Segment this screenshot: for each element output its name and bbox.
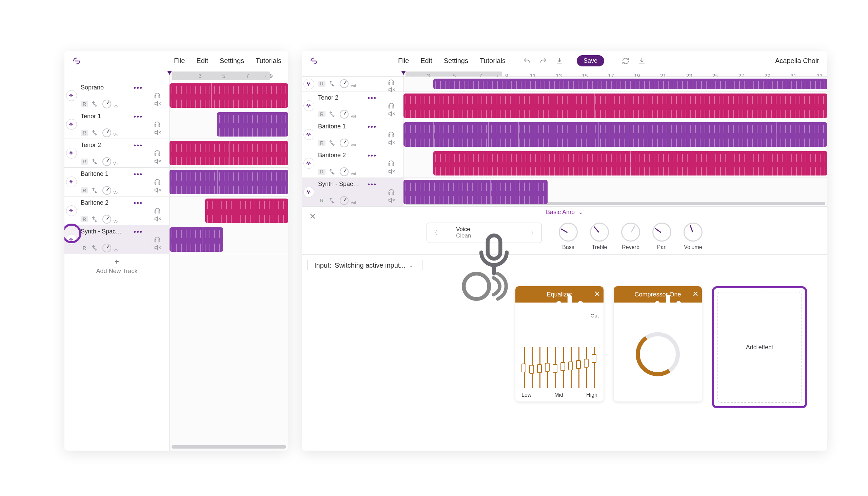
audio-clip[interactable] xyxy=(433,151,828,175)
voice-preset-box[interactable]: 〈 Voice Clean 〉 xyxy=(426,222,542,243)
headphones-icon[interactable] xyxy=(154,178,161,186)
track-menu-icon[interactable]: ••• xyxy=(134,170,143,178)
menu-tutorials[interactable]: Tutorials xyxy=(480,57,506,65)
volume-knob[interactable] xyxy=(102,186,111,195)
prev-preset-arrow[interactable]: 〈 xyxy=(432,229,438,237)
menu-edit[interactable]: Edit xyxy=(196,57,208,65)
volume-knob[interactable] xyxy=(340,79,348,88)
loop-start-arrow[interactable]: → xyxy=(173,73,178,79)
track-menu-icon[interactable]: ••• xyxy=(368,152,377,159)
menu-file[interactable]: File xyxy=(398,57,409,65)
save-button[interactable]: Save xyxy=(577,55,604,66)
download-icon[interactable] xyxy=(638,57,646,65)
track-row[interactable]: Synth - Space A... R Vol ••• xyxy=(302,178,403,207)
track-menu-icon[interactable]: ••• xyxy=(134,228,143,236)
knob-volume[interactable] xyxy=(684,222,703,242)
headphones-icon[interactable] xyxy=(154,150,161,157)
timeline-lanes[interactable] xyxy=(169,81,288,451)
audio-clip[interactable] xyxy=(403,180,548,204)
knob-treble[interactable] xyxy=(590,222,609,242)
routing-icon[interactable] xyxy=(329,80,336,88)
headphones-icon[interactable] xyxy=(388,102,395,109)
eq-slider[interactable] xyxy=(532,347,533,388)
track-menu-icon[interactable]: ••• xyxy=(368,94,377,102)
track-row[interactable]: Baritone 2 R Vol ••• xyxy=(302,149,403,178)
eq-slider[interactable] xyxy=(571,347,572,388)
headphones-icon[interactable] xyxy=(388,188,395,196)
routing-icon[interactable] xyxy=(92,158,99,165)
audio-clip[interactable] xyxy=(403,93,827,118)
track-type-icon[interactable] xyxy=(66,119,77,130)
mute-icon[interactable] xyxy=(388,197,395,204)
close-icon[interactable]: ✕ xyxy=(692,290,699,298)
knob-reverb[interactable] xyxy=(621,222,640,242)
audio-clip[interactable] xyxy=(169,170,288,194)
track-row[interactable]: Tenor 2 R Vol ••• xyxy=(64,139,169,168)
track-row[interactable]: Baritone 2 R Vol ••• xyxy=(64,197,169,225)
audio-clip[interactable] xyxy=(169,227,223,252)
loop-region[interactable]: → ← xyxy=(171,72,270,80)
track-menu-icon[interactable]: ••• xyxy=(134,142,143,150)
volume-knob[interactable] xyxy=(340,139,348,148)
record-arm-chip[interactable]: R xyxy=(318,198,326,204)
headphones-icon[interactable] xyxy=(154,236,161,243)
fx-card-equalizer[interactable]: Equalizer ✕ Out Low Mid High xyxy=(515,286,603,402)
record-arm-chip[interactable]: R xyxy=(81,101,88,107)
record-arm-chip[interactable]: R xyxy=(81,245,88,251)
mute-icon[interactable] xyxy=(388,139,395,146)
audio-clip[interactable] xyxy=(169,83,288,108)
volume-knob[interactable] xyxy=(340,196,348,205)
mute-icon[interactable] xyxy=(388,168,395,175)
headphones-icon[interactable] xyxy=(154,207,161,215)
audio-clip[interactable] xyxy=(205,199,288,223)
volume-knob[interactable] xyxy=(102,215,111,223)
volume-knob[interactable] xyxy=(340,110,348,119)
volume-knob[interactable] xyxy=(340,167,348,176)
mute-icon[interactable] xyxy=(154,215,161,222)
record-arm-chip[interactable]: R xyxy=(81,130,88,136)
undo-icon[interactable] xyxy=(523,57,530,65)
eq-slider[interactable] xyxy=(594,347,595,388)
track-type-icon[interactable] xyxy=(66,148,77,158)
eq-slider[interactable] xyxy=(586,347,587,388)
routing-icon[interactable] xyxy=(92,244,99,252)
menu-edit[interactable]: Edit xyxy=(420,57,432,65)
routing-icon[interactable] xyxy=(92,100,99,108)
download-icon[interactable] xyxy=(556,57,563,65)
horizontal-scrollbar[interactable] xyxy=(171,445,286,449)
monitoring-icon[interactable] xyxy=(432,261,441,270)
routing-icon[interactable] xyxy=(329,168,336,175)
audio-clip[interactable] xyxy=(403,122,827,147)
playhead-marker[interactable] xyxy=(401,71,406,75)
track-menu-icon[interactable]: ••• xyxy=(368,123,377,131)
record-arm-chip[interactable]: R xyxy=(81,158,88,165)
eq-slider[interactable] xyxy=(524,347,525,388)
record-arm-chip[interactable]: R xyxy=(81,216,88,222)
audio-clip[interactable] xyxy=(217,112,288,137)
headphones-icon[interactable] xyxy=(154,92,161,99)
track-type-icon[interactable] xyxy=(66,176,77,187)
volume-knob[interactable] xyxy=(102,128,111,137)
amp-preset-selector[interactable]: Basic Amp ⌄ xyxy=(546,208,583,216)
track-row[interactable]: Soprano R Vol ••• xyxy=(64,81,169,110)
routing-icon[interactable] xyxy=(92,129,99,137)
mute-icon[interactable] xyxy=(154,129,161,136)
knob-pan[interactable] xyxy=(652,222,671,242)
eq-slider[interactable] xyxy=(539,347,540,388)
volume-knob[interactable] xyxy=(102,157,111,166)
track-menu-icon[interactable]: ••• xyxy=(134,113,143,121)
routing-icon[interactable] xyxy=(92,216,99,223)
record-arm-chip[interactable]: R xyxy=(318,140,326,146)
compressor-dial[interactable] xyxy=(636,332,680,376)
mute-icon[interactable] xyxy=(154,186,161,194)
track-row[interactable]: Tenor 2 R Vol ••• xyxy=(302,92,403,120)
close-icon[interactable]: ✕ xyxy=(594,290,600,298)
power-icon[interactable] xyxy=(519,290,526,298)
input-selector[interactable]: Input: Switching active input... ⌄ xyxy=(314,262,413,269)
menu-file[interactable]: File xyxy=(174,57,185,65)
routing-icon[interactable] xyxy=(329,197,336,204)
menu-settings[interactable]: Settings xyxy=(220,57,244,65)
timeline-lanes[interactable] xyxy=(403,77,827,207)
track-type-icon[interactable] xyxy=(303,129,314,140)
track-menu-icon[interactable]: ••• xyxy=(134,199,143,207)
